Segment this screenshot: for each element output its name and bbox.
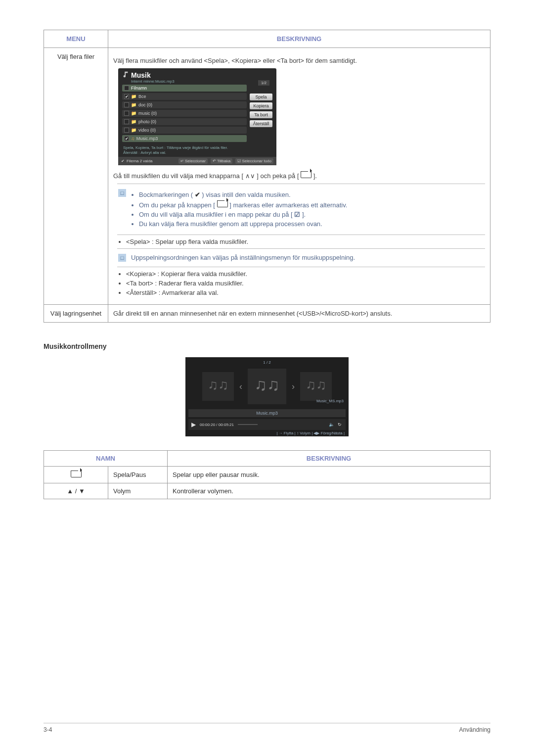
music-note-icon: ♫♫ bbox=[306, 378, 326, 393]
info-icon: □ bbox=[118, 189, 126, 197]
list-item: <Spela> : Spelar upp flera valda musikfi… bbox=[126, 238, 485, 245]
text: ] markeras eller avmarkeras ett alternat… bbox=[228, 201, 348, 209]
mm-header-label: Filnamn bbox=[131, 86, 147, 91]
mp-time: 00:00:20 / 00:05:21 bbox=[200, 423, 234, 427]
th-desc: BESKRIVNING bbox=[108, 30, 490, 48]
action-list: <Spela> : Spelar upp flera valda musikfi… bbox=[113, 238, 485, 245]
music-player-mock: 1 / 2 ♫♫ ‹ ♫♫ › ♫♫ Music_MS.mp3 Music.mp… bbox=[185, 357, 349, 436]
checkbox-icon bbox=[124, 94, 129, 99]
checkbox-icon bbox=[124, 111, 129, 116]
mm-action-buttons: Spela Kopiera Ta bort Återställ bbox=[250, 94, 272, 143]
text: ]. bbox=[312, 172, 317, 180]
note-block: □ Bockmarkeringen ( ✔ ) visas intill den… bbox=[113, 187, 485, 232]
text: Om du vill välja alla musikfiler i en ma… bbox=[139, 211, 294, 218]
text: Om du pekar på knappen [ bbox=[139, 201, 217, 209]
mp-current-track: Music.mp3 bbox=[188, 409, 346, 417]
play-button[interactable]: Spela bbox=[250, 94, 272, 100]
th-name: NAMN bbox=[44, 451, 168, 467]
list-item: video (0) bbox=[138, 128, 156, 133]
list-item: <Kopiera> : Kopierar flera valda musikfi… bbox=[126, 270, 485, 278]
list-item: Om du vill välja alla musikfiler i en ma… bbox=[139, 211, 347, 218]
divider bbox=[117, 248, 485, 249]
mm-footer-sel: Seleccionar bbox=[185, 159, 206, 163]
music-file-icon: ♫ bbox=[131, 136, 134, 141]
check-icon: ✔ bbox=[121, 159, 125, 163]
mp-status-icons: 🔈 ↻ bbox=[329, 422, 343, 427]
th-desc: BESKRIVNING bbox=[168, 451, 490, 467]
ctrl-symbol bbox=[44, 467, 108, 483]
play-icon[interactable]: ▶ bbox=[191, 421, 196, 428]
mm-hint: Spela, Kopiera, Ta bort : Tillämpa varje… bbox=[123, 145, 272, 155]
mm-footer-selall: Seleccionar todo bbox=[242, 159, 271, 163]
copy-button[interactable]: Kopiera bbox=[250, 102, 272, 109]
mp-next-caption: Music_MS.mp3 bbox=[316, 399, 344, 403]
table-row: Välj flera filer Välj flera musikfiler o… bbox=[44, 48, 490, 305]
info-icon: □ bbox=[118, 254, 126, 262]
music-note-icon bbox=[122, 71, 129, 78]
check-icon: ✔ bbox=[195, 191, 200, 198]
table-row: Välj lagringsenhet Går direkt till en an… bbox=[44, 305, 490, 323]
mm-title: Musik bbox=[131, 71, 272, 79]
page-footer: 3-4 Användning bbox=[44, 723, 490, 733]
mm-pager: 1/2 bbox=[258, 80, 269, 86]
list-item: Om du pekar på knappen [ ] markeras elle… bbox=[139, 200, 347, 209]
list-item: Du kan välja flera musikfiler genom att … bbox=[139, 220, 347, 228]
list-item: music (0) bbox=[138, 111, 157, 116]
folder-icon: 📁 bbox=[131, 128, 136, 133]
checkbox-icon bbox=[124, 136, 129, 141]
text: Bockmarkeringen ( bbox=[139, 191, 195, 198]
ctrl-symbol: ▲ / ▼ bbox=[44, 483, 108, 499]
page-number: 3-4 bbox=[44, 726, 52, 733]
list-item: Bce bbox=[138, 94, 146, 99]
row1-left: Välj flera filer bbox=[44, 48, 108, 305]
section-heading: Musikkontrollmeny bbox=[44, 342, 490, 350]
checkbox-icon bbox=[124, 119, 129, 124]
reset-button[interactable]: Återställ bbox=[250, 120, 272, 127]
next-icon[interactable]: › bbox=[289, 381, 297, 392]
list-item: photo (0) bbox=[138, 119, 156, 124]
list-item: <Återställ> : Avmarkerar alla val. bbox=[126, 289, 485, 296]
delete-button[interactable]: Ta bort bbox=[250, 111, 272, 118]
divider bbox=[117, 184, 485, 184]
list-item: <Ta bort> : Raderar flera valda musikfil… bbox=[126, 280, 485, 287]
ctrl-name: Volym bbox=[108, 483, 168, 499]
row2-desc: Går direkt till en annan minnesenhet när… bbox=[108, 305, 490, 323]
table-row: Spela/Paus Spelar upp eller pausar musik… bbox=[44, 467, 490, 483]
divider bbox=[117, 235, 485, 235]
text: ]. bbox=[300, 211, 306, 218]
action-list: <Kopiera> : Kopierar flera valda musikfi… bbox=[113, 270, 485, 296]
music-note-icon: ♫♫ bbox=[208, 378, 228, 393]
row1-intro: Välj flera musikfiler och använd <Spela>… bbox=[113, 57, 485, 64]
menu-table: MENU BESKRIVNING Välj flera filer Välj f… bbox=[44, 30, 490, 323]
folder-icon: 📁 bbox=[131, 102, 136, 107]
album-art: ♫♫ bbox=[300, 372, 332, 401]
note-text: Uppspelningsordningen kan väljas på inst… bbox=[131, 254, 355, 261]
music-browser-mock: Musik Internt minne:Music.mp3 1/2 Filnam… bbox=[118, 68, 276, 165]
checkbox-icon bbox=[124, 128, 129, 133]
text: Gå till musikfilen du vill välja med kna… bbox=[113, 172, 245, 180]
page-section: Användning bbox=[459, 726, 490, 733]
enter-icon bbox=[301, 171, 312, 178]
divider bbox=[117, 267, 485, 267]
mm-footer: ✔Filerna 2 valda ↵ Seleccionar ↶ Tillbak… bbox=[118, 157, 276, 165]
list-item: doc (0) bbox=[138, 102, 152, 107]
checkbox-icon bbox=[124, 102, 129, 107]
mm-file-list: Filnamn 📁Bce 📁doc (0) 📁music (0) 📁photo … bbox=[122, 85, 247, 143]
music-note-icon: ♫♫ bbox=[255, 376, 280, 395]
row1-desc: Välj flera musikfiler och använd <Spela>… bbox=[108, 48, 490, 305]
enter-icon bbox=[71, 471, 82, 477]
checkbox-icon bbox=[124, 86, 129, 91]
progress-track bbox=[238, 424, 258, 425]
th-menu: MENU bbox=[44, 30, 108, 48]
mm-footer-count: Filerna 2 valda bbox=[127, 159, 152, 163]
up-down-icon: ∧∨ bbox=[245, 172, 255, 180]
album-art: ♫♫ bbox=[202, 372, 234, 401]
prev-icon[interactable]: ‹ bbox=[237, 381, 245, 392]
control-table: NAMN BESKRIVNING Spela/Paus Spelar upp e… bbox=[44, 450, 490, 499]
ctrl-desc: Kontrollerar volymen. bbox=[168, 483, 490, 499]
mp-pager: 1 / 2 bbox=[188, 360, 346, 366]
row2-left: Välj lagringsenhet bbox=[44, 305, 108, 323]
folder-icon: 📁 bbox=[131, 94, 136, 99]
mp-hint-footer: | → Flytta | ↕ Volym | ◀▶ Föreg/Nästa | bbox=[188, 430, 346, 435]
enter-icon bbox=[217, 200, 228, 207]
